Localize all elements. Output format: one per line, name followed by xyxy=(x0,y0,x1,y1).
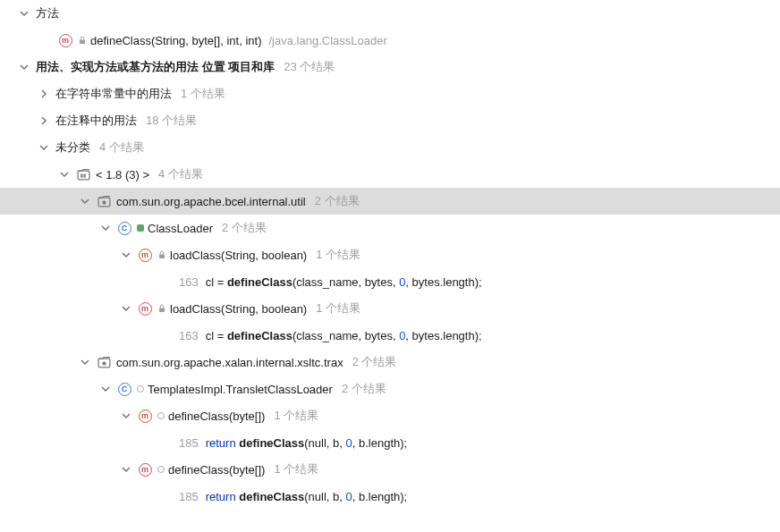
class-count: 2 个结果 xyxy=(222,220,267,236)
group-count: 1 个结果 xyxy=(181,86,225,102)
group-count: 4 个结果 xyxy=(99,139,144,156)
method-icon: m xyxy=(138,248,152,262)
class-row[interactable]: C ClassLoader 2 个结果 xyxy=(0,215,780,241)
package-count: 2 个结果 xyxy=(352,354,397,370)
method-count: 1 个结果 xyxy=(274,408,318,424)
method-signature: defineClass(byte[]) xyxy=(168,410,265,423)
runnable-icon xyxy=(137,224,144,232)
method-usage-row[interactable]: m defineClass(byte[]) 1 个结果 xyxy=(0,456,780,483)
chevron-down-icon[interactable] xyxy=(99,222,112,234)
method-signature: defineClass(String, byte[], int, int) xyxy=(90,34,261,47)
class-icon: C xyxy=(117,382,131,396)
method-usage-row[interactable]: m loadClass(String, boolean) 1 个结果 xyxy=(0,241,780,268)
class-count: 2 个结果 xyxy=(342,381,386,397)
line-number: 185 xyxy=(179,436,199,450)
chevron-down-icon[interactable] xyxy=(79,356,91,368)
badge-icon xyxy=(157,412,165,419)
chevron-down-icon[interactable] xyxy=(58,168,71,181)
chevron-right-icon[interactable] xyxy=(38,114,50,127)
method-count: 1 个结果 xyxy=(316,300,360,317)
methods-header-row[interactable]: 方法 xyxy=(0,0,780,27)
package-name: com.sun.org.apache.xalan.internal.xsltc.… xyxy=(116,356,343,369)
group-label: 在注释中的用法 xyxy=(55,113,137,129)
code-fragment: return defineClass(null, b, 0, b.length)… xyxy=(206,490,407,503)
method-count: 1 个结果 xyxy=(316,247,360,263)
method-icon: m xyxy=(138,462,152,477)
comments-group[interactable]: 在注释中的用法 18 个结果 xyxy=(0,107,780,134)
method-icon: m xyxy=(138,301,152,316)
chevron-down-icon[interactable] xyxy=(79,195,91,207)
lock-icon xyxy=(157,304,166,313)
chevron-down-icon[interactable] xyxy=(99,383,112,395)
package-row[interactable]: com.sun.org.apache.xalan.internal.xsltc.… xyxy=(0,349,780,376)
library-label: < 1.8 (3) > xyxy=(96,168,149,182)
package-icon xyxy=(97,194,111,208)
group-label: 未分类 xyxy=(55,139,90,156)
line-number: 163 xyxy=(179,275,199,289)
chevron-right-icon[interactable] xyxy=(38,88,50,100)
methods-label: 方法 xyxy=(36,5,59,21)
method-usage-row[interactable]: m defineClass(byte[]) 1 个结果 xyxy=(0,402,780,429)
code-fragment: return defineClass(null, b, 0, b.length)… xyxy=(206,436,407,450)
method-icon: m xyxy=(138,409,152,423)
lock-icon xyxy=(78,36,87,45)
group-count: 18 个结果 xyxy=(146,113,197,129)
chevron-down-icon[interactable] xyxy=(18,61,30,73)
group-label: 在字符串常量中的用法 xyxy=(55,86,172,102)
package-count: 2 个结果 xyxy=(315,193,360,209)
class-name: ClassLoader xyxy=(148,222,213,235)
method-signature: defineClass(byte[]) xyxy=(168,463,265,477)
class-name: TemplatesImpl.TransletClassLoader xyxy=(148,383,333,396)
unclassified-group[interactable]: 未分类 4 个结果 xyxy=(0,134,780,161)
lock-icon xyxy=(157,250,166,259)
package-row[interactable]: com.sun.org.apache.bcel.internal.util 2 … xyxy=(0,188,780,215)
chevron-down-icon[interactable] xyxy=(18,7,30,20)
chevron-down-icon[interactable] xyxy=(120,410,132,422)
usages-label: 用法、实现方法或基方法的用法 位置 项目和库 xyxy=(36,59,275,75)
code-usage-row[interactable]: 163 cl = defineClass(class_name, bytes, … xyxy=(0,322,780,349)
usages-header-row[interactable]: 用法、实现方法或基方法的用法 位置 项目和库 23 个结果 xyxy=(0,54,780,80)
badge-icon xyxy=(137,385,144,393)
code-usage-row[interactable]: 185 return defineClass(null, b, 0, b.len… xyxy=(0,483,780,510)
method-signature: loadClass(String, boolean) xyxy=(170,249,307,262)
library-group[interactable]: < 1.8 (3) > 4 个结果 xyxy=(0,161,780,188)
class-icon: C xyxy=(117,221,131,235)
method-row[interactable]: m defineClass(String, byte[], int, int) … xyxy=(0,27,780,54)
chevron-down-icon[interactable] xyxy=(120,249,132,261)
chevron-down-icon[interactable] xyxy=(38,141,50,154)
chevron-down-icon[interactable] xyxy=(120,463,132,476)
code-fragment: cl = defineClass(class_name, bytes, 0, b… xyxy=(206,329,482,342)
class-row[interactable]: C TemplatesImpl.TransletClassLoader 2 个结… xyxy=(0,376,780,402)
method-location: /java.lang.ClassLoader xyxy=(268,34,386,47)
line-number: 185 xyxy=(179,490,199,503)
method-signature: loadClass(String, boolean) xyxy=(170,302,307,316)
code-fragment: cl = defineClass(class_name, bytes, 0, b… xyxy=(206,275,482,289)
chevron-down-icon[interactable] xyxy=(120,302,132,315)
library-icon xyxy=(76,167,90,182)
method-usage-row[interactable]: m loadClass(String, boolean) 1 个结果 xyxy=(0,295,780,322)
method-count: 1 个结果 xyxy=(274,461,318,477)
package-icon xyxy=(97,355,111,369)
string-const-group[interactable]: 在字符串常量中的用法 1 个结果 xyxy=(0,80,780,107)
badge-icon xyxy=(157,466,165,473)
code-usage-row[interactable]: 163 cl = defineClass(class_name, bytes, … xyxy=(0,268,780,295)
usages-count: 23 个结果 xyxy=(284,59,335,75)
code-usage-row[interactable]: 185 return defineClass(null, b, 0, b.len… xyxy=(0,429,780,456)
method-icon: m xyxy=(58,33,72,47)
line-number: 163 xyxy=(179,329,199,342)
package-name: com.sun.org.apache.bcel.internal.util xyxy=(116,195,306,208)
library-count: 4 个结果 xyxy=(158,166,203,182)
